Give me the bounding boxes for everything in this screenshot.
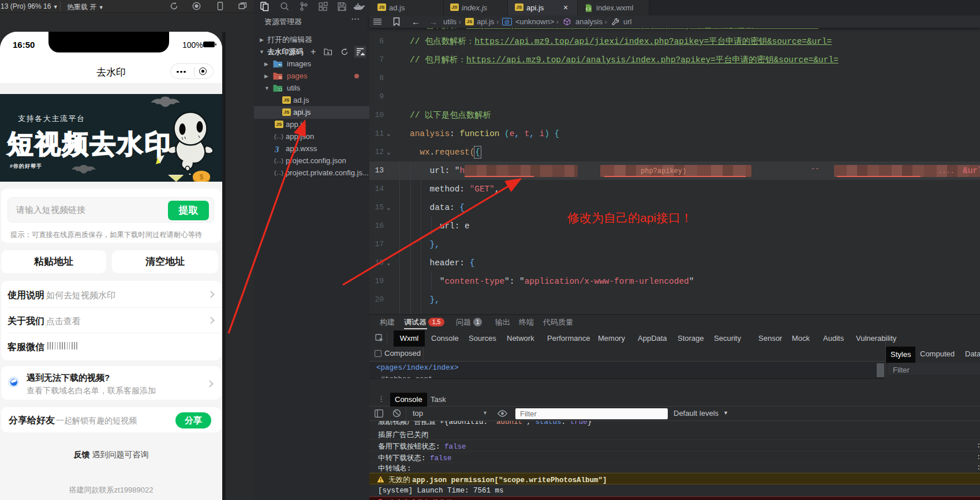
svg-text:修改为自己的api接口！: 修改为自己的api接口！	[567, 211, 693, 224]
